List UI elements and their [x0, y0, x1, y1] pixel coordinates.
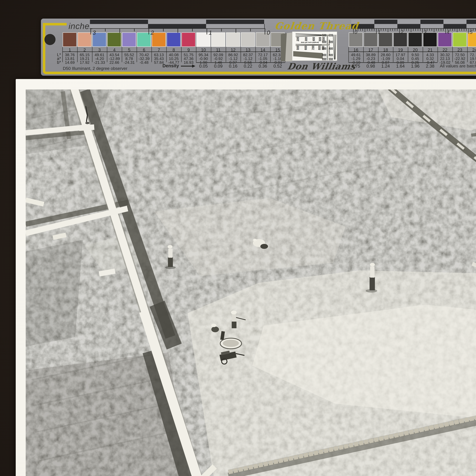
operator-signature: Don Williams — [287, 61, 356, 71]
cm-tick — [399, 28, 400, 34]
cm-tick — [418, 28, 418, 31]
dpi-scale-value: 200 — [296, 37, 299, 41]
cm-tick — [390, 28, 391, 31]
cm-tick — [408, 28, 409, 31]
cm-tick — [464, 28, 464, 31]
cm-tick — [372, 28, 372, 31]
conical-hat — [370, 263, 375, 266]
conical-hat — [168, 245, 172, 249]
patch-lab-b: -44.77 — [166, 60, 181, 65]
cm-tick — [473, 28, 474, 31]
photograph — [26, 89, 476, 476]
cm-tick — [383, 28, 384, 31]
color-patch-17 — [364, 32, 378, 47]
inch-tick — [221, 28, 222, 32]
inch-tick — [119, 28, 120, 33]
cm-tick — [353, 28, 354, 34]
cm-tick — [445, 28, 446, 34]
inch-checker-row-1 — [90, 20, 265, 24]
patch-lab-b: 67.85 — [467, 60, 476, 65]
cm-tick — [404, 28, 404, 31]
svg-text:dots per inch (optical): dots per inch (optical) — [301, 41, 319, 43]
brand-logo: Golden Thread — [274, 20, 359, 32]
cm-tick — [450, 28, 450, 31]
cm-tick — [374, 28, 374, 31]
lab-row-label-left: b* — [45, 60, 61, 65]
density-value: 1.96 — [408, 64, 423, 69]
cm-tick-label: 5 — [470, 29, 473, 35]
cm-tick-label: 0 — [355, 29, 357, 35]
cm-tick — [443, 28, 443, 31]
dpi-scale-value: 500 — [318, 37, 321, 41]
fiducial-dot-icon — [44, 34, 55, 45]
color-patch-10 — [196, 32, 210, 47]
dpi-scale-value: 200 — [329, 34, 333, 36]
cm-tick — [457, 28, 457, 32]
cm-tick — [466, 28, 467, 31]
inch-tick — [250, 28, 251, 32]
cm-tick — [392, 28, 393, 31]
resolution-test-card: 200300400500550 dots per inch (optical) … — [281, 31, 340, 61]
cm-tick — [429, 28, 430, 31]
color-patch-22 — [438, 32, 452, 47]
color-patch-2 — [78, 32, 92, 47]
patch-lab-b: 22.66 — [107, 60, 122, 65]
cm-tick — [438, 28, 439, 31]
cm-tick — [395, 28, 395, 31]
color-patch-19 — [393, 32, 407, 47]
patch-lab-b: 17.92 — [77, 60, 92, 65]
inch-tick-label: 1 — [209, 29, 212, 36]
cm-tick — [441, 28, 441, 31]
inch-tick — [149, 28, 149, 34]
density-value: 0.52 — [270, 64, 285, 69]
bridge — [79, 124, 94, 131]
patch-lab-b: -21.33 — [92, 60, 107, 65]
cm-tick — [365, 28, 365, 32]
cm-tick — [367, 28, 368, 31]
patch-lab-b: 56.08 — [452, 60, 467, 65]
cm-tick — [406, 28, 407, 31]
inch-tick — [236, 28, 236, 33]
photo-print-border — [16, 79, 476, 476]
density-value: 1.24 — [378, 64, 393, 69]
cm-tick — [397, 28, 397, 31]
inch-tick-label: 2 — [151, 29, 154, 36]
cm-tick — [381, 28, 381, 31]
density-value: 0.98 — [363, 64, 378, 69]
dpi-scale-value: 300 — [305, 37, 307, 41]
inch-tick — [178, 28, 178, 33]
cm-tick — [455, 28, 455, 31]
inch-tick-label: 3 — [93, 29, 96, 36]
header-rule — [348, 51, 476, 52]
dpi-scale-value: 550 — [329, 57, 333, 60]
color-patch-4 — [107, 32, 121, 47]
density-rule — [196, 62, 285, 63]
cm-tick — [459, 28, 460, 31]
aerial-field-scene — [26, 89, 476, 476]
dpi-scale-value: 700 — [311, 46, 314, 50]
digitization-scan: inches centimeters Golden Thread Don Wil… — [0, 0, 476, 476]
density-rule — [348, 62, 438, 63]
color-patch-6 — [137, 32, 151, 47]
dpi-scale-value: 500 — [322, 34, 326, 36]
cm-checker-row-2 — [351, 24, 476, 28]
cm-tick-label: 2 — [401, 29, 403, 35]
cm-tick — [376, 28, 377, 34]
inch-tick-label: 0 — [267, 29, 270, 36]
conical-hat — [231, 310, 237, 314]
cm-tick-label: 3 — [424, 29, 426, 35]
cm-tick — [432, 28, 432, 31]
cm-tick — [388, 28, 388, 32]
calibration-target-bar: inches centimeters Golden Thread Don Wil… — [41, 18, 476, 76]
cm-tick — [475, 28, 476, 31]
cm-tick — [434, 28, 434, 32]
sorting-tub — [220, 338, 241, 349]
cm-tick — [427, 28, 427, 31]
color-patch-23 — [453, 32, 467, 47]
cm-checker-row-1 — [351, 20, 476, 24]
cm-tick — [386, 28, 386, 31]
patch-lab-b: 14.69 — [62, 60, 77, 65]
color-patch-8 — [167, 32, 181, 47]
dpi-scale-value: 600 — [322, 40, 326, 43]
inch-tick — [206, 28, 207, 34]
